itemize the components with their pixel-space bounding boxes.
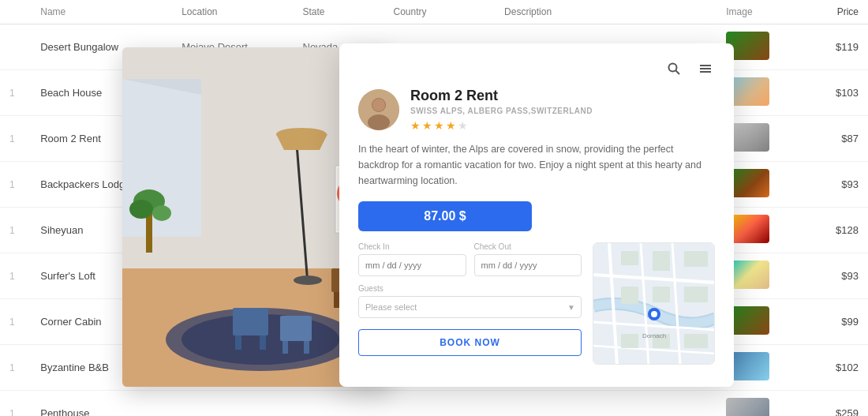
row-desc: [495, 391, 716, 417]
guests-label: Guests: [358, 284, 582, 293]
star-2: ★: [422, 119, 432, 132]
booking-section: Check In Check Out Guests Please select …: [358, 242, 715, 365]
book-now-button[interactable]: BOOK NOW: [358, 329, 582, 356]
guests-row: Guests Please select 1 Guest 2 Guests 3 …: [358, 284, 582, 318]
checkin-group: Check In: [358, 242, 466, 276]
row-price: $259: [797, 391, 868, 417]
row-num: 1: [0, 299, 31, 345]
row-price: $128: [797, 208, 868, 253]
svg-rect-46: [621, 287, 638, 304]
row-num: 1: [0, 208, 31, 253]
guests-select[interactable]: Please select 1 Guest 2 Guests 3 Guests …: [358, 296, 582, 318]
svg-rect-23: [233, 308, 268, 335]
svg-rect-49: [653, 287, 670, 302]
guests-select-wrapper: Please select 1 Guest 2 Guests 3 Guests …: [358, 296, 582, 318]
svg-point-12: [294, 275, 322, 285]
svg-point-36: [368, 114, 390, 130]
row-price: $99: [797, 299, 868, 345]
svg-rect-47: [653, 251, 670, 271]
row-price: $87: [797, 116, 868, 162]
row-num: 1: [0, 162, 31, 208]
col-header-image: Image: [716, 0, 797, 24]
checkout-label: Check Out: [474, 242, 582, 251]
row-num: 1: [0, 345, 31, 391]
property-name: Room 2 Rent: [410, 88, 593, 104]
svg-rect-48: [684, 251, 708, 267]
svg-rect-53: [684, 334, 708, 348]
svg-rect-24: [235, 335, 241, 350]
svg-rect-26: [280, 316, 312, 341]
col-header-country: Country: [384, 0, 496, 24]
col-header-location: Location: [172, 0, 293, 24]
guests-group: Guests Please select 1 Guest 2 Guests 3 …: [358, 284, 582, 318]
row-location: [172, 391, 293, 417]
col-header-price: Price: [797, 0, 868, 24]
svg-rect-27: [282, 341, 288, 354]
star-4: ★: [446, 119, 456, 132]
row-state: [294, 391, 384, 417]
checkin-label: Check In: [358, 242, 466, 251]
svg-text:Dornach: Dornach: [642, 332, 666, 339]
svg-rect-51: [621, 334, 638, 348]
row-price: $103: [797, 70, 868, 116]
property-title-block: Room 2 Rent SWISS ALPS, ALBERG PASS,SWIT…: [410, 88, 593, 132]
col-header-state: State: [294, 0, 384, 24]
svg-rect-25: [260, 335, 266, 350]
property-header: Room 2 Rent SWISS ALPS, ALBERG PASS,SWIT…: [358, 88, 715, 132]
booking-form: Check In Check Out Guests Please select …: [358, 242, 582, 365]
row-num: 1: [0, 116, 31, 162]
checkout-group: Check Out: [474, 242, 582, 276]
svg-point-8: [152, 205, 171, 221]
row-price: $93: [797, 162, 868, 208]
svg-rect-50: [684, 287, 708, 302]
table-header-row: Name Location State Country Description …: [0, 0, 868, 24]
svg-rect-28: [304, 341, 309, 354]
star-5: ★: [458, 119, 468, 132]
svg-point-7: [129, 200, 153, 219]
avatar: [358, 89, 399, 130]
star-rating: ★ ★ ★ ★ ★: [410, 119, 593, 132]
menu-icon-btn[interactable]: [696, 59, 715, 78]
map-svg: Dornach: [593, 243, 715, 365]
row-country: [384, 391, 496, 417]
row-thumb: [716, 391, 797, 417]
svg-point-11: [276, 128, 327, 141]
svg-rect-45: [621, 251, 638, 265]
property-location: SWISS ALPS, ALBERG PASS,SWITZERLAND: [410, 107, 593, 115]
table-row[interactable]: 1 Penthouse $259: [0, 391, 868, 417]
row-name: Penthouse: [31, 391, 172, 417]
svg-point-29: [669, 64, 677, 72]
star-3: ★: [434, 119, 444, 132]
row-price: $119: [797, 24, 868, 70]
card-header-icons: [358, 59, 715, 78]
checkout-input[interactable]: [474, 254, 582, 276]
svg-point-37: [372, 99, 385, 111]
row-price: $93: [797, 253, 868, 299]
row-price: $102: [797, 345, 868, 391]
col-header-desc: Description: [495, 0, 716, 24]
map-panel: Dornach: [593, 242, 715, 365]
detail-card: Room 2 Rent SWISS ALPS, ALBERG PASS,SWIT…: [339, 43, 734, 387]
row-num: 1: [0, 70, 31, 116]
svg-point-55: [651, 311, 657, 317]
row-num: 1: [0, 253, 31, 299]
thumbnail-image: [726, 398, 769, 416]
col-header-name: Name: [31, 0, 172, 24]
row-num: [0, 24, 31, 70]
row-num: 1: [0, 391, 31, 417]
dates-row: Check In Check Out: [358, 242, 582, 276]
checkin-input[interactable]: [358, 254, 466, 276]
property-description: In the heart of winter, the Alps are cov…: [358, 141, 715, 189]
price-bar: 87.00 $: [358, 201, 532, 231]
star-1: ★: [410, 119, 421, 132]
search-icon-btn[interactable]: [664, 59, 683, 78]
svg-line-30: [676, 71, 680, 75]
col-header-num: [0, 0, 31, 24]
